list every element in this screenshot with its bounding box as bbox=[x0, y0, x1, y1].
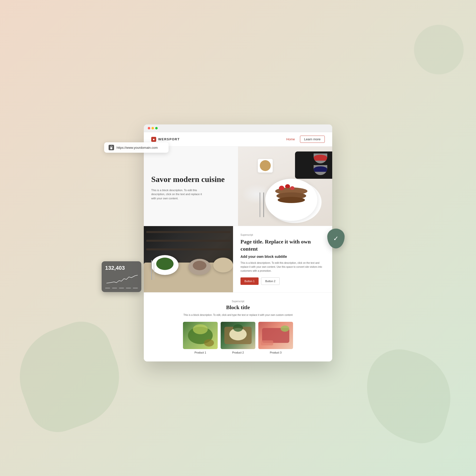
content-section: Superscript Page title. Replace it with … bbox=[144, 226, 332, 292]
product-name-3: Product 3 bbox=[258, 351, 293, 354]
brand-icon: ■ bbox=[151, 137, 156, 142]
hero-title: Savor modern cuisine bbox=[151, 175, 231, 184]
product-name-1: Product 1 bbox=[183, 351, 218, 354]
product-card-3: Product 3 bbox=[258, 322, 293, 354]
product-card-2: Product 2 bbox=[221, 322, 255, 354]
website-content: ■ WERSPORT Home Learn more Savor modern … bbox=[144, 132, 332, 361]
button-2[interactable]: Button 2 bbox=[261, 277, 280, 285]
shield-check-icon: ✓ bbox=[333, 235, 339, 242]
learn-more-button[interactable]: Learn more bbox=[300, 136, 325, 143]
product-image-1 bbox=[183, 322, 218, 349]
stats-chart bbox=[105, 273, 138, 286]
stats-dot bbox=[105, 288, 110, 289]
products-description: This is a block description. To edit, cl… bbox=[151, 313, 325, 317]
product-image-3 bbox=[258, 322, 293, 349]
fork-left bbox=[151, 260, 152, 280]
content-buttons: Button 1 Button 2 bbox=[240, 277, 325, 285]
hero-text: Savor modern cuisine This is a block des… bbox=[144, 147, 238, 226]
restaurant-background bbox=[144, 226, 233, 292]
restaurant-table bbox=[144, 263, 233, 292]
products-superscript: Superscript bbox=[151, 300, 325, 303]
products-section: Superscript Block title This is a block … bbox=[144, 292, 332, 361]
brand-name: WERSPORT bbox=[158, 137, 180, 141]
minimize-dot[interactable] bbox=[151, 127, 154, 129]
content-text: Superscript Page title. Replace it with … bbox=[233, 226, 332, 292]
browser-dots bbox=[148, 127, 158, 129]
url-text: https://www.yourdomain.com bbox=[117, 146, 158, 149]
close-dot[interactable] bbox=[148, 127, 150, 129]
product-card-1: Product 1 bbox=[183, 322, 218, 354]
address-bar[interactable]: https://www.yourdomain.com bbox=[104, 142, 169, 153]
stats-widget: 132,403 bbox=[102, 261, 141, 292]
content-description: This is a block descriptionn. To edit th… bbox=[240, 261, 325, 273]
products-title: Block title bbox=[151, 304, 325, 311]
fork bbox=[260, 192, 260, 217]
content-superscript: Superscript bbox=[240, 234, 325, 236]
nav-home-link[interactable]: Home bbox=[286, 137, 295, 141]
coffee-cup bbox=[258, 159, 273, 173]
hero-description: This is a block description. To edit thi… bbox=[151, 188, 206, 201]
fork-right bbox=[154, 263, 154, 280]
stats-dot bbox=[126, 288, 131, 289]
content-subtitle: Add your own block subtitle bbox=[240, 255, 325, 259]
browser-window: ■ WERSPORT Home Learn more Savor modern … bbox=[144, 124, 332, 361]
content-image bbox=[144, 226, 233, 292]
stats-dot bbox=[133, 288, 138, 289]
product-name-2: Product 2 bbox=[221, 351, 255, 354]
navbar-nav: Home Learn more bbox=[286, 136, 325, 143]
product-image-2 bbox=[221, 322, 255, 349]
maximize-dot[interactable] bbox=[155, 127, 158, 129]
knife bbox=[263, 192, 264, 217]
food-plate bbox=[265, 179, 317, 221]
content-title: Page title. Replace it with own content bbox=[240, 238, 325, 252]
stats-dots-row bbox=[105, 288, 138, 289]
navbar-brand: ■ WERSPORT bbox=[151, 137, 180, 142]
stats-dot bbox=[112, 288, 117, 289]
stats-dot bbox=[119, 288, 124, 289]
button-1[interactable]: Button 1 bbox=[240, 277, 259, 285]
hero-image bbox=[238, 147, 332, 226]
navbar: ■ WERSPORT Home Learn more bbox=[144, 132, 332, 147]
stats-number: 132,403 bbox=[105, 265, 138, 271]
browser-chrome bbox=[144, 124, 332, 132]
lock-icon bbox=[109, 145, 114, 150]
hero-section: Savor modern cuisine This is a block des… bbox=[144, 147, 332, 226]
products-grid: Product 1 Product 2 bbox=[151, 322, 325, 354]
hero-food-visual bbox=[238, 147, 332, 226]
svg-rect-0 bbox=[110, 147, 112, 149]
